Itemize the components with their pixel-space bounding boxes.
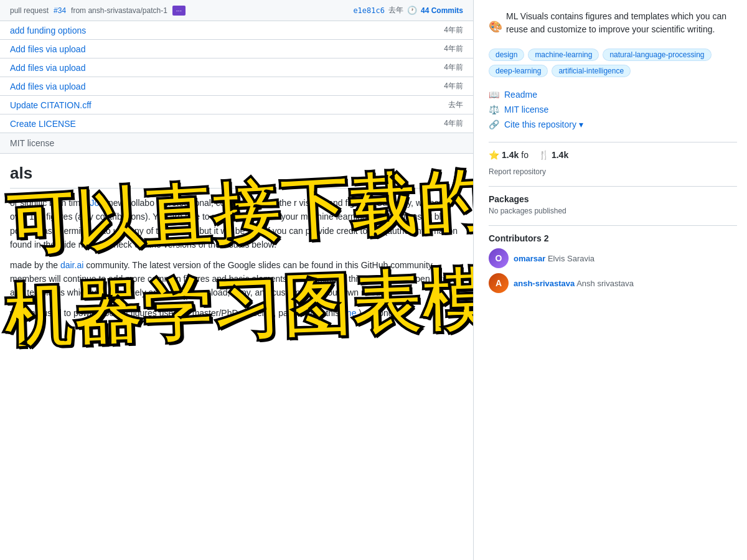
contributor-name: Elvis Saravia [548, 254, 594, 263]
report-link[interactable]: Report repository [489, 167, 737, 176]
contributor-item[interactable]: A ansh-srivastava Ansh srivastava [489, 273, 737, 293]
readme-section: als or signific both time, Join new coll… [0, 154, 473, 336]
contributors-title: Contributors 2 [489, 233, 737, 243]
fork-stat[interactable]: 🍴 1.4k [538, 150, 568, 160]
link-label[interactable]: Cite this repository ▾ [504, 119, 583, 129]
file-row[interactable]: Add files via upload 4年前 [0, 77, 473, 96]
readme-para-1: or signific both time, Join new collabo … [10, 196, 463, 252]
link-icon: 🔗 [489, 119, 499, 129]
sidebar-divider-3 [489, 225, 737, 226]
stars-count: 1.4k [502, 150, 519, 160]
pr-text: pull request [10, 6, 49, 15]
file-name[interactable]: Add files via upload [10, 63, 85, 73]
commit-hash[interactable]: e1e81c6 [353, 6, 385, 15]
file-row[interactable]: Create LICENSE 4年前 [0, 114, 473, 133]
contributor-name: Ansh srivastava [576, 279, 634, 288]
stars-label: fo [521, 150, 529, 160]
file-name[interactable]: Create LICENSE [10, 119, 76, 129]
pr-badge: ··· [172, 6, 186, 16]
readme-para-3: w being used to power 100s of figures us… [10, 306, 463, 320]
sidebar-divider [489, 142, 737, 142]
packages-none: No packages published [489, 207, 737, 215]
contributor-info: omarsar Elvis Saravia [514, 254, 594, 263]
contributor-handle[interactable]: ansh-srivastava [514, 279, 575, 288]
main-column: pull request #34 from ansh-srivastava/pa… [0, 0, 473, 560]
link-icon: ⚖️ [489, 105, 499, 114]
file-time: 4年前 [444, 25, 463, 35]
fork-icon: 🍴 [538, 150, 549, 160]
file-time: 去年 [448, 100, 463, 110]
ml-icon: 🎨 [489, 20, 502, 34]
file-name[interactable]: add funding options [10, 26, 86, 35]
file-row[interactable]: Add files via upload 4年前 [0, 58, 473, 77]
dair-link[interactable]: dair.ai [60, 260, 83, 270]
file-name[interactable]: Update CITATION.cff [10, 100, 92, 110]
contributor-info: ansh-srivastava Ansh srivastava [514, 279, 634, 288]
commit-bar-left: pull request #34 from ansh-srivastava/pa… [10, 6, 186, 16]
packages-title: Packages [489, 194, 737, 204]
forks-count: 1.4k [552, 150, 568, 160]
tag[interactable]: design [489, 49, 524, 61]
sidebar: 🎨 ML Visuals contains figures and templa… [473, 0, 747, 560]
sidebar-link-item[interactable]: ⚖️ MIT license [489, 102, 737, 117]
tag[interactable]: deep-learning [489, 65, 548, 77]
file-row[interactable]: Update CITATION.cff 去年 [0, 96, 473, 114]
tag[interactable]: natural-language-processing [603, 49, 711, 61]
file-list: add funding options 4年前 Add files via up… [0, 21, 473, 133]
readme-heading: als [10, 164, 463, 189]
page-wrapper: pull request #34 from ansh-srivastava/pa… [0, 0, 747, 560]
contributors-section: Contributors 2 O omarsar Elvis Saravia A… [489, 233, 737, 293]
stars-stat[interactable]: ⭐ 1.4k fo [489, 150, 529, 160]
file-name[interactable]: Add files via upload [10, 82, 85, 91]
pr-from: from ansh-srivastava/patch-1 [71, 6, 167, 15]
link-label[interactable]: Readme [504, 90, 537, 100]
clock-icon: 🕐 [407, 6, 417, 15]
star-icon: ⭐ [489, 150, 499, 160]
tags-container: designmachine-learningnatural-language-p… [489, 49, 737, 77]
sidebar-divider-2 [489, 186, 737, 187]
file-time: 4年前 [444, 81, 463, 91]
contributor-avatar: A [489, 273, 509, 293]
file-row[interactable]: add funding options 4年前 [0, 21, 473, 40]
commit-bar-right: e1e81c6 去年 🕐 44 Commits [353, 5, 463, 16]
one-link[interactable]: one [342, 308, 356, 318]
sidebar-links: 📖 Readme ⚖️ MIT license 🔗 Cite this repo… [489, 87, 737, 132]
file-time: 4年前 [444, 62, 463, 73]
tag[interactable]: machine-learning [528, 49, 599, 61]
contributor-handle[interactable]: omarsar [514, 254, 545, 263]
tag[interactable]: artificial-intelligence [552, 65, 631, 77]
contributor-item[interactable]: O omarsar Elvis Saravia [489, 248, 737, 268]
license-row: MIT license [0, 133, 473, 154]
about-section: 🎨 ML Visuals contains figures and templa… [489, 10, 737, 44]
pr-link[interactable]: #34 [54, 6, 66, 15]
file-time: 4年前 [444, 44, 463, 54]
packages-section: Packages No packages published [489, 194, 737, 215]
repo-description: ML Visuals contains figures and template… [506, 10, 737, 36]
stats-row: ⭐ 1.4k fo 🍴 1.4k [489, 150, 737, 160]
commits-link[interactable]: 44 Commits [421, 6, 463, 15]
link-label[interactable]: MIT license [504, 105, 548, 114]
file-row[interactable]: Add files via upload 4年前 [0, 40, 473, 58]
sidebar-link-item[interactable]: 📖 Readme [489, 87, 737, 102]
file-time: 4年前 [444, 118, 463, 129]
sidebar-link-item[interactable]: 🔗 Cite this repository ▾ [489, 117, 737, 132]
commit-bar: pull request #34 from ansh-srivastava/pa… [0, 0, 473, 21]
readme-para-2: made by the dair.ai community. The lates… [10, 258, 463, 300]
time-ago: 去年 [388, 5, 403, 16]
contributor-avatar: O [489, 248, 509, 268]
link-icon: 📖 [489, 90, 499, 100]
file-name[interactable]: Add files via upload [10, 44, 85, 54]
join-link[interactable]: Join [90, 198, 106, 208]
